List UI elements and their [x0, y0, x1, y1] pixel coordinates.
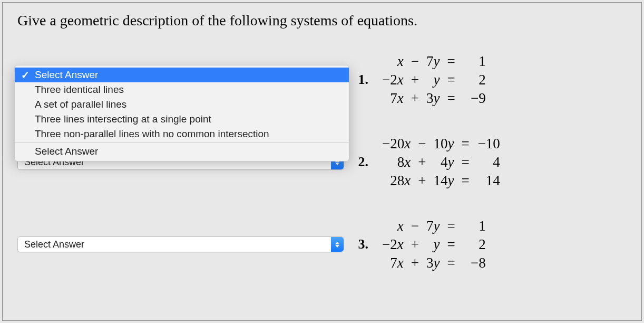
equation-system-3: x−7y=1 −2x+y=2 7x+3y=−8 [379, 217, 489, 272]
equation-system-1: x−7y=1 −2x+y=2 7x+3y=−9 [379, 52, 489, 108]
question-row: Select Answer 3. x−7y=1 −2x+y=2 7x+3y=−8 [17, 213, 627, 276]
question-number: 2. [354, 154, 368, 170]
equation-system-2: −20x−10y=−10 8x+4y=4 28x+14y=14 [379, 135, 503, 190]
question-number: 3. [354, 236, 368, 252]
dropdown-separator [15, 142, 349, 143]
answer-select-3[interactable]: Select Answer [17, 236, 344, 252]
dropdown-option[interactable]: Three identical lines [15, 82, 349, 97]
prompt-text: Give a geometric description of the foll… [17, 12, 627, 29]
stepper-icon [331, 237, 344, 252]
dropdown-option[interactable]: Three non-parallel lines with no common … [15, 127, 349, 141]
dropdown-option[interactable]: A set of parallel lines [15, 97, 349, 112]
question-number: 1. [354, 72, 368, 88]
dropdown-below-label[interactable]: Select Answer [15, 144, 349, 159]
dropdown-option[interactable]: Three lines intersecting at a single poi… [15, 112, 349, 127]
answer-dropdown-open[interactable]: Select Answer Three identical lines A se… [14, 65, 349, 162]
dropdown-option-placeholder[interactable]: Select Answer [15, 68, 349, 82]
question-panel: Give a geometric description of the foll… [2, 2, 642, 321]
select-value: Select Answer [24, 239, 84, 250]
